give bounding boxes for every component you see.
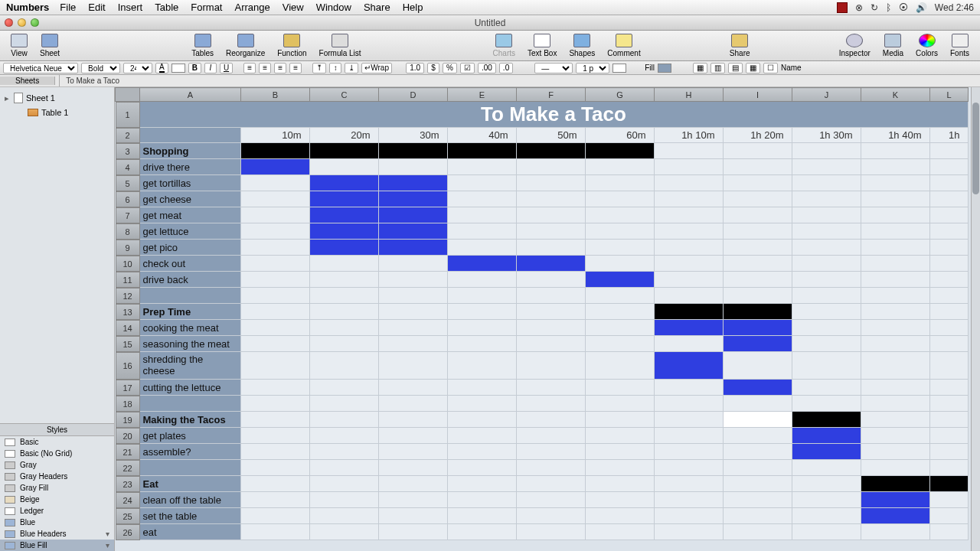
task-label-cell[interactable]: cutting the lettuce	[140, 380, 241, 396]
volume-icon[interactable]: 🔊	[916, 2, 927, 13]
layout-btn-3[interactable]: ▤	[728, 63, 743, 73]
cell[interactable]	[448, 476, 517, 492]
bluetooth-icon[interactable]: ᛒ	[886, 2, 891, 13]
cell[interactable]	[517, 207, 586, 223]
valign-top-button[interactable]: ⤒	[312, 63, 326, 73]
row-header[interactable]: 2	[116, 128, 140, 143]
cell[interactable]	[517, 380, 586, 396]
cell[interactable]	[930, 272, 969, 288]
wifi-icon[interactable]: ⦿	[899, 2, 908, 13]
row-header[interactable]: 1	[116, 102, 140, 128]
cell[interactable]	[861, 336, 930, 352]
font-color-button[interactable]: A	[155, 63, 168, 73]
task-label-cell[interactable]: Eat	[140, 476, 241, 492]
cell[interactable]	[861, 272, 930, 288]
cell[interactable]	[310, 380, 379, 396]
spreadsheet-area[interactable]: ABCDEFGHIJKL1To Make a Taco210m20m30m40m…	[115, 87, 980, 551]
cell[interactable]	[379, 143, 448, 159]
row-header[interactable]: 4	[116, 159, 140, 175]
cell[interactable]	[379, 320, 448, 336]
cell[interactable]	[310, 412, 379, 428]
cell[interactable]	[379, 476, 448, 492]
cell[interactable]	[379, 304, 448, 320]
time-header-cell[interactable]: 10m	[241, 128, 310, 143]
cell[interactable]	[586, 428, 655, 444]
style-item[interactable]: Blue Fill▾	[0, 540, 114, 551]
window-zoom-button[interactable]	[31, 18, 39, 27]
cell[interactable]	[448, 352, 517, 380]
cell[interactable]	[517, 191, 586, 207]
cell[interactable]	[861, 320, 930, 336]
clock[interactable]: Wed 2:46	[935, 2, 974, 13]
cell[interactable]	[586, 175, 655, 191]
cell[interactable]	[861, 175, 930, 191]
menu-table[interactable]: Table	[155, 2, 178, 13]
window-close-button[interactable]	[5, 18, 13, 27]
cell[interactable]	[930, 256, 969, 272]
cell[interactable]	[930, 352, 969, 380]
cell[interactable]	[861, 304, 930, 320]
cell[interactable]	[586, 524, 655, 540]
cell[interactable]	[241, 524, 310, 540]
cell[interactable]	[861, 352, 930, 380]
cell[interactable]	[792, 207, 861, 223]
cell[interactable]	[517, 428, 586, 444]
cell[interactable]	[792, 175, 861, 191]
cell[interactable]	[930, 143, 969, 159]
column-header[interactable]: K	[861, 88, 930, 102]
cell[interactable]	[930, 508, 969, 524]
row-header[interactable]: 6	[116, 191, 140, 207]
cell[interactable]	[517, 143, 586, 159]
time-header-cell[interactable]: 60m	[586, 128, 655, 143]
cell[interactable]	[792, 304, 861, 320]
cell[interactable]	[379, 288, 448, 304]
cell[interactable]	[586, 240, 655, 256]
cell[interactable]	[724, 272, 792, 288]
cell[interactable]	[517, 412, 586, 428]
font-size-select[interactable]: 24	[123, 63, 152, 73]
cell[interactable]	[310, 476, 379, 492]
cell[interactable]	[448, 207, 517, 223]
menu-edit[interactable]: Edit	[88, 2, 105, 13]
row-header[interactable]: 11	[116, 272, 140, 288]
cell[interactable]	[655, 412, 724, 428]
cell[interactable]	[241, 460, 310, 476]
menu-insert[interactable]: Insert	[118, 2, 143, 13]
cell[interactable]	[379, 524, 448, 540]
toolbar-function[interactable]: Function	[273, 32, 311, 59]
time-header-cell[interactable]: 1h 30m	[792, 128, 861, 143]
cell[interactable]	[448, 460, 517, 476]
cell[interactable]	[861, 240, 930, 256]
cell[interactable]	[724, 159, 792, 175]
column-header[interactable]: A	[140, 88, 241, 102]
cell[interactable]	[724, 256, 792, 272]
cell[interactable]	[517, 288, 586, 304]
cell[interactable]	[586, 380, 655, 396]
cell[interactable]	[655, 336, 724, 352]
menu-help[interactable]: Help	[403, 2, 423, 13]
cell[interactable]	[655, 288, 724, 304]
task-label-cell[interactable]: cooking the meat	[140, 320, 241, 336]
cell[interactable]	[861, 524, 930, 540]
cell[interactable]	[724, 412, 792, 428]
valign-middle-button[interactable]: ↕	[329, 63, 341, 73]
row-header[interactable]: 24	[116, 492, 140, 508]
cell[interactable]	[517, 175, 586, 191]
cell[interactable]	[792, 223, 861, 240]
cell[interactable]	[241, 352, 310, 380]
cell[interactable]	[724, 304, 792, 320]
toolbar-view[interactable]: View	[6, 32, 32, 59]
row-header[interactable]: 21	[116, 444, 140, 460]
cell[interactable]	[792, 352, 861, 380]
toolbar-comment[interactable]: Comment	[603, 32, 645, 59]
cell[interactable]	[930, 175, 969, 191]
cell[interactable]	[241, 320, 310, 336]
task-label-cell[interactable]: get meat	[140, 207, 241, 223]
valign-bottom-button[interactable]: ⤓	[345, 63, 358, 73]
cell[interactable]	[586, 143, 655, 159]
cell[interactable]	[241, 336, 310, 352]
cell[interactable]	[379, 380, 448, 396]
cell[interactable]	[724, 223, 792, 240]
menu-window[interactable]: Window	[316, 2, 351, 13]
cell[interactable]	[379, 492, 448, 508]
